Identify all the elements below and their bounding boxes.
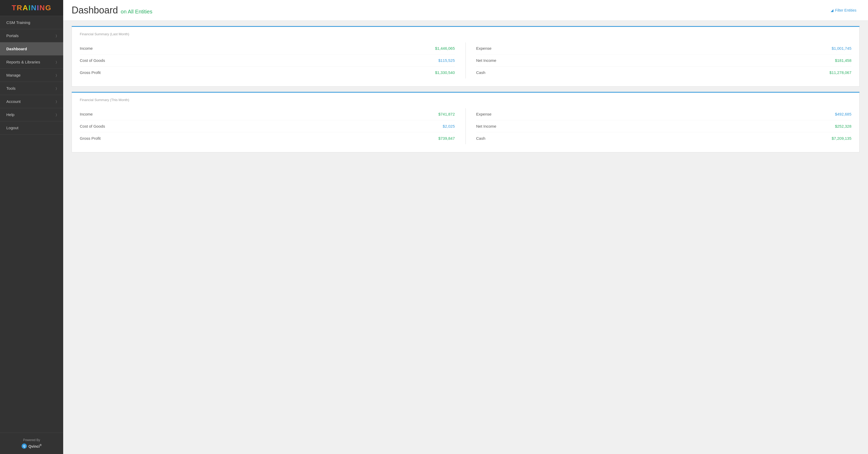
page-subtitle: on All Entities (121, 9, 152, 14)
gross-profit-label: Gross Profit (80, 70, 100, 75)
this-month-net-income-row: Net Income $252,328 (476, 120, 852, 132)
chevron-right-icon: 〉 (56, 87, 57, 90)
net-income-label: Net Income (476, 124, 497, 128)
sidebar-item-dashboard[interactable]: Dashboard (0, 42, 63, 56)
last-month-cogs-row: Cost of Goods $115,525 (80, 55, 455, 67)
last-month-left: Income $1,446,065 Cost of Goods $115,525… (80, 42, 466, 78)
sidebar-item-label: Reports & Libraries (6, 60, 40, 64)
powered-by-label: Powered By (5, 438, 58, 442)
cash-value: $7,209,135 (832, 136, 851, 140)
this-month-gross-profit-row: Gross Profit $739,847 (80, 132, 455, 144)
chevron-right-icon: 〉 (56, 34, 57, 38)
page-header: Dashboard on All Entities ◢ Filter Entit… (63, 0, 868, 21)
powered-by-section: Powered By Q Qvinci® (0, 433, 63, 454)
sidebar-item-manage[interactable]: Manage 〉 (0, 69, 63, 82)
income-label: Income (80, 112, 93, 116)
this-month-income-row: Income $741,872 (80, 108, 455, 120)
gross-profit-label: Gross Profit (80, 136, 100, 140)
expense-value: $1,001,745 (832, 46, 851, 51)
sidebar-item-account[interactable]: Account 〉 (0, 95, 63, 108)
sidebar-item-reports-libraries[interactable]: Reports & Libraries 〉 (0, 56, 63, 69)
chevron-right-icon: 〉 (56, 100, 57, 103)
cogs-label: Cost of Goods (80, 58, 105, 63)
this-month-left: Income $741,872 Cost of Goods $2,025 Gro… (80, 108, 466, 144)
cogs-label: Cost of Goods (80, 124, 105, 128)
net-income-label: Net Income (476, 58, 497, 63)
this-month-expense-row: Expense $492,685 (476, 108, 852, 120)
financial-card-last-month: Financial Summary (Last Month) Income $1… (72, 26, 860, 87)
last-month-title: Financial Summary (Last Month) (80, 32, 851, 36)
net-income-value: $252,328 (835, 124, 851, 128)
this-month-grid: Income $741,872 Cost of Goods $2,025 Gro… (80, 108, 851, 144)
qvinci-logo: Q Qvinci® (5, 444, 58, 449)
sidebar-item-label: Manage (6, 73, 21, 77)
sidebar-item-tools[interactable]: Tools 〉 (0, 82, 63, 95)
qvinci-name: Qvinci® (28, 444, 41, 449)
income-label: Income (80, 46, 93, 51)
gross-profit-value: $739,847 (438, 136, 455, 140)
income-value: $1,446,065 (435, 46, 455, 51)
last-month-income-row: Income $1,446,065 (80, 42, 455, 55)
last-month-right: Expense $1,001,745 Net Income $181,458 C… (466, 42, 852, 78)
qvinci-icon: Q (22, 444, 27, 449)
sidebar-item-label: Dashboard (6, 46, 27, 51)
dashboard-content: Financial Summary (Last Month) Income $1… (63, 21, 868, 158)
income-value: $741,872 (438, 112, 455, 116)
last-month-cash-row: Cash $11,278,067 (476, 67, 852, 78)
cash-label: Cash (476, 70, 486, 75)
sidebar-item-portals[interactable]: Portals 〉 (0, 29, 63, 42)
sidebar-item-help[interactable]: Help 〉 (0, 108, 63, 121)
last-month-net-income-row: Net Income $181,458 (476, 55, 852, 67)
main-content: Dashboard on All Entities ◢ Filter Entit… (63, 0, 868, 454)
expense-label: Expense (476, 112, 492, 116)
last-month-gross-profit-row: Gross Profit $1,330,540 (80, 67, 455, 78)
filter-entities-button[interactable]: ◢ Filter Entities (828, 6, 860, 14)
this-month-cash-row: Cash $7,209,135 (476, 132, 852, 144)
chevron-right-icon: 〉 (56, 60, 57, 64)
cogs-value: $115,525 (438, 58, 455, 63)
cash-value: $11,278,067 (830, 70, 851, 75)
sidebar-item-label: Tools (6, 86, 16, 91)
filter-icon: ◢ (831, 8, 834, 12)
sidebar-item-label: Account (6, 99, 21, 104)
sidebar: TRAINING CSM Training Portals 〉 Dashboar… (0, 0, 63, 454)
net-income-value: $181,458 (835, 58, 851, 63)
sidebar-logo: TRAINING (0, 0, 63, 16)
sidebar-item-label: Portals (6, 33, 19, 38)
cogs-value: $2,025 (443, 124, 455, 128)
sidebar-item-logout[interactable]: Logout (0, 121, 63, 134)
this-month-cogs-row: Cost of Goods $2,025 (80, 120, 455, 132)
sidebar-item-label: Logout (6, 126, 19, 130)
expense-label: Expense (476, 46, 492, 51)
sidebar-item-csm-training[interactable]: CSM Training (0, 16, 63, 29)
sidebar-item-label: CSM Training (6, 20, 30, 25)
last-month-grid: Income $1,446,065 Cost of Goods $115,525… (80, 42, 851, 78)
last-month-expense-row: Expense $1,001,745 (476, 42, 852, 55)
page-title: Dashboard (72, 5, 118, 15)
expense-value: $492,685 (835, 112, 851, 116)
page-title-area: Dashboard on All Entities (72, 5, 152, 16)
logo-text: TRAINING (11, 4, 51, 12)
cash-label: Cash (476, 136, 486, 140)
this-month-title: Financial Summary (This Month) (80, 98, 851, 102)
financial-card-this-month: Financial Summary (This Month) Income $7… (72, 92, 860, 152)
this-month-right: Expense $492,685 Net Income $252,328 Cas… (466, 108, 852, 144)
sidebar-item-label: Help (6, 112, 14, 117)
chevron-right-icon: 〉 (56, 113, 57, 117)
filter-entities-label: Filter Entities (835, 8, 857, 12)
gross-profit-value: $1,330,540 (435, 70, 455, 75)
chevron-right-icon: 〉 (56, 73, 57, 77)
